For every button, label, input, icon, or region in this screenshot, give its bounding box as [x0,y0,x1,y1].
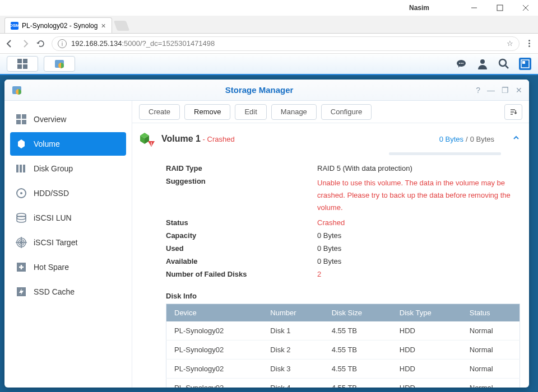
sidebar-item-overview[interactable]: Overview [10,108,126,131]
cell-type: HDD [392,379,462,388]
content-area: ! Volume 1 - Crashed 0 Bytes / 0 Bytes [132,123,529,388]
window-help-icon[interactable]: ? [476,86,480,95]
chat-icon[interactable] [455,58,467,70]
bookmark-star-icon[interactable]: ☆ [507,39,513,48]
sidebar-item-hot-spare[interactable]: Hot Spare [10,255,126,279]
sort-button[interactable] [504,104,522,120]
tab-favicon: DSM [11,22,18,30]
window-title: Storage Manager [27,85,491,95]
volume-icon [16,138,27,150]
volume-header[interactable]: ! Volume 1 - Crashed 0 Bytes / 0 Bytes [138,131,520,147]
site-info-icon[interactable]: i [58,39,67,48]
remove-button[interactable]: Remove [184,104,230,120]
user-icon[interactable] [476,58,489,70]
sidebar-item-disk-group[interactable]: Disk Group [10,157,126,180]
svg-rect-17 [16,114,21,119]
create-button[interactable]: Create [139,104,180,120]
suggestion-value: Unable to use this volume. The data in t… [317,177,520,214]
cell-number: Disk 4 [262,379,323,388]
col-status[interactable]: Status [462,304,520,322]
sort-icon [509,108,517,116]
os-maximize-button[interactable] [492,2,508,13]
svg-rect-18 [22,114,26,119]
os-username: Nasim [409,4,429,12]
browser-tab[interactable]: DSM PL-Synology02 - Synolog × [4,17,112,33]
url-host: 192.168.25.134 [71,39,122,48]
sidebar-label: Disk Group [34,164,73,173]
collapse-icon[interactable] [512,134,520,144]
raid-type-label: RAID Type [166,164,317,172]
tab-close-icon[interactable]: × [101,21,105,30]
storage-manager-icon [54,58,65,69]
svg-point-25 [20,192,22,194]
cell-number: Disk 2 [262,340,323,360]
dsm-storage-manager-taskbar-button[interactable] [44,56,75,72]
search-icon[interactable] [498,58,510,70]
hot-spare-icon [16,262,27,273]
browser-address-bar: i 192.168.25.134:5000/?_dc=1525301471498… [0,34,538,54]
col-type[interactable]: Disk Type [392,304,462,322]
table-row[interactable]: PL-Synology02 Disk 4 4.55 TB HDD Normal [166,379,520,388]
col-device[interactable]: Device [166,304,263,322]
sidebar-label: iSCSI LUN [34,213,72,222]
svg-point-11 [499,59,506,66]
sidebar: Overview Volume Disk Group HDD/SSD iSCSI… [4,101,132,388]
svg-point-9 [462,63,463,64]
cell-number: Disk 3 [262,360,323,379]
widgets-icon[interactable] [519,58,531,70]
sidebar-item-volume[interactable]: Volume [10,132,126,156]
sidebar-item-iscsi-target[interactable]: iSCSI Target [10,231,126,254]
window-minimize-icon[interactable]: — [487,86,495,95]
dsm-main-menu-button[interactable] [7,56,38,72]
sidebar-label: HDD/SSD [34,189,69,198]
back-button[interactable] [4,39,15,49]
configure-button[interactable]: Configure [321,104,372,120]
status-label: Status [166,218,317,227]
svg-rect-19 [16,120,21,124]
os-minimize-button[interactable] [466,2,482,13]
grid-icon [17,59,27,69]
forward-button[interactable] [20,39,30,49]
storage-manager-window: Storage Manager ? — ❐ ✕ Overview Volume [4,80,529,388]
volume-state: Crashed [207,135,235,143]
hdd-icon [16,188,27,199]
volume-details: RAID TypeRAID 5 (With data protection) S… [138,162,520,388]
capacity-label: Capacity [166,231,317,240]
dsm-taskbar [0,54,538,75]
window-maximize-icon[interactable]: ❐ [502,86,509,95]
browser-menu-button[interactable] [525,40,534,47]
window-titlebar[interactable]: Storage Manager ? — ❐ ✕ [4,80,529,101]
svg-text:!: ! [151,141,152,147]
cell-number: Disk 1 [262,321,323,340]
table-row[interactable]: PL-Synology02 Disk 1 4.55 TB HDD Normal [166,321,520,340]
volume-crashed-icon: ! [138,131,155,147]
capacity-value: 0 Bytes [317,231,520,240]
edit-button[interactable]: Edit [235,104,266,120]
disk-info-title: Disk Info [166,292,520,300]
used-label: Used [166,244,317,253]
url-input[interactable]: i 192.168.25.134:5000/?_dc=1525301471498… [52,36,520,51]
table-row[interactable]: PL-Synology02 Disk 3 4.55 TB HDD Normal [166,360,520,379]
volume-usage-bar [389,152,501,155]
volume-size: 0 Bytes / 0 Bytes [439,135,494,143]
col-number[interactable]: Number [262,304,323,322]
sidebar-item-ssd-cache[interactable]: SSD Cache [10,280,126,304]
svg-rect-14 [522,61,525,64]
cell-type: HDD [392,360,462,379]
url-rest: :5000/?_dc=1525301471498 [122,39,215,48]
window-close-icon[interactable]: ✕ [516,86,522,95]
manage-button[interactable]: Manage [271,104,317,120]
sidebar-item-hdd-ssd[interactable]: HDD/SSD [10,181,126,205]
reload-button[interactable] [36,39,46,49]
sidebar-item-iscsi-lun[interactable]: iSCSI LUN [10,206,126,230]
failed-disks-value: 2 [317,270,520,278]
sidebar-label: SSD Cache [34,287,75,296]
new-tab-button[interactable] [113,21,129,31]
svg-rect-21 [16,165,18,172]
cell-type: HDD [392,340,462,360]
suggestion-label: Suggestion [166,177,317,214]
col-size[interactable]: Disk Size [324,304,392,322]
cell-status: Normal [462,379,520,388]
table-row[interactable]: PL-Synology02 Disk 2 4.55 TB HDD Normal [166,340,520,360]
os-close-button[interactable] [518,2,534,13]
